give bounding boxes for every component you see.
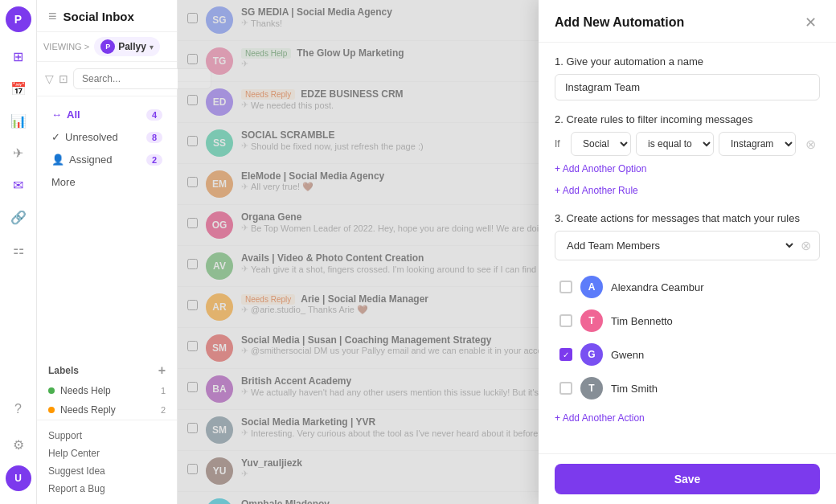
member-name: Tim Bennetto (611, 315, 673, 327)
grid-nav-icon[interactable]: ⚏ (4, 235, 33, 264)
add-rule-link[interactable]: + Add Another Rule (555, 185, 638, 196)
nav-panel: ≡ Social Inbox VIEWING > P Pallyy ▾ ▽ ⊡ … (37, 0, 178, 504)
add-action-link[interactable]: + Add Another Action (555, 412, 645, 424)
needs-reply-dot (48, 407, 55, 413)
modal-footer: Save (539, 453, 836, 504)
member-item[interactable]: T Tim Bennetto (555, 304, 820, 338)
nav-item-more[interactable]: More (40, 171, 174, 193)
all-icon: ↔ (51, 109, 62, 121)
modal-header: Add New Automation ✕ (539, 0, 836, 43)
link-nav-icon[interactable]: 🔗 (4, 203, 33, 232)
page-title: Social Inbox (64, 10, 134, 23)
member-item[interactable]: A Alexandra Ceambur (555, 270, 820, 304)
icon-sidebar: P ⊞ 📅 📊 ✈ ✉ 🔗 ⚏ ? ⚙ U (0, 0, 37, 504)
assigned-icon: 👤 (51, 154, 64, 166)
needs-help-dot (48, 387, 55, 394)
labels-section: Labels + (37, 357, 177, 381)
add-option-link[interactable]: + Add Another Option (555, 163, 646, 174)
nav-items: ↔ All 4 ✓ Unresolved 8 👤 Assigned 2 More (37, 96, 177, 357)
member-list: A Alexandra Ceambur T Tim Bennetto ✓ G G… (555, 270, 820, 405)
report-bug-link[interactable]: Report a Bug (48, 480, 166, 498)
suggest-idea-link[interactable]: Suggest Idea (48, 462, 166, 480)
automation-modal: Add New Automation ✕ 1. Give your automa… (539, 0, 836, 504)
home-nav-icon[interactable]: ⊞ (4, 42, 33, 71)
modal-title: Add New Automation (555, 15, 684, 30)
user-avatar[interactable]: U (6, 465, 31, 491)
nav-header: ≡ Social Inbox (37, 0, 177, 32)
if-label: If (555, 138, 566, 150)
save-button[interactable]: Save (555, 464, 820, 494)
layout-icon[interactable]: ⊡ (59, 72, 68, 85)
unresolved-icon: ✓ (51, 131, 60, 143)
nav-item-all[interactable]: ↔ All 4 (40, 104, 174, 125)
rule-delete-icon[interactable]: ⊗ (801, 134, 820, 154)
label-needs-help[interactable]: Needs Help 1 (37, 381, 177, 400)
action-delete-icon[interactable]: ⊗ (801, 238, 811, 253)
member-item[interactable]: T Tim Smith (555, 371, 820, 405)
modal-overlay: Add New Automation ✕ 1. Give your automa… (178, 0, 836, 504)
member-checkbox[interactable]: ✓ (559, 348, 572, 361)
add-label-icon[interactable]: + (158, 363, 166, 378)
rule-field-select[interactable]: Social (571, 132, 631, 156)
calendar-nav-icon[interactable]: 📅 (4, 74, 33, 103)
nav-item-unresolved[interactable]: ✓ Unresolved 8 (40, 126, 174, 148)
app-logo[interactable]: P (6, 6, 31, 32)
rule-condition-select[interactable]: is equal to (636, 132, 714, 156)
member-checkbox[interactable] (559, 281, 572, 293)
member-checkbox[interactable] (559, 314, 572, 327)
member-name: Alexandra Ceambur (611, 281, 704, 293)
workspace-name: Pallyy (118, 41, 146, 52)
member-avatar: A (580, 276, 603, 298)
step1-label: 1. Give your automation a name (555, 55, 820, 68)
inbox-nav-icon[interactable]: ✉ (4, 170, 33, 199)
member-name: Gwenn (611, 349, 644, 361)
support-link[interactable]: Support (48, 427, 166, 445)
nav-bottom-links: Support Help Center Suggest Idea Report … (37, 420, 177, 504)
action-row: Add Team Members ⊗ (555, 231, 820, 260)
member-checkbox[interactable] (559, 382, 572, 395)
action-select[interactable]: Add Team Members (563, 239, 796, 252)
member-avatar: T (580, 309, 603, 332)
modal-body: 1. Give your automation a name 2. Create… (539, 43, 836, 453)
help-center-link[interactable]: Help Center (48, 445, 166, 462)
step3-label: 3. Create actions for messages that matc… (555, 212, 820, 224)
analytics-nav-icon[interactable]: 📊 (4, 106, 33, 135)
workspace-chevron: ▾ (150, 43, 154, 51)
workspace-selector[interactable]: P Pallyy ▾ (94, 37, 160, 56)
member-name: Tim Smith (611, 383, 658, 395)
automation-name-input[interactable] (555, 74, 820, 100)
viewing-label: VIEWING > (43, 42, 89, 51)
send-nav-icon[interactable]: ✈ (4, 138, 33, 167)
member-item[interactable]: ✓ G Gwenn (555, 338, 820, 371)
member-avatar: G (580, 343, 603, 366)
label-needs-reply[interactable]: Needs Reply 2 (37, 400, 177, 420)
settings-icon[interactable]: ⚙ (4, 430, 33, 459)
nav-item-assigned[interactable]: 👤 Assigned 2 (40, 149, 174, 170)
filter-icon[interactable]: ▽ (45, 72, 54, 85)
hamburger-icon[interactable]: ≡ (48, 8, 57, 25)
close-button[interactable]: ✕ (801, 13, 820, 32)
step2-label: 2. Create rules to filter incoming messa… (555, 113, 820, 125)
rule-row: If Social is equal to Instagram ⊗ (555, 132, 820, 156)
member-avatar: T (580, 377, 603, 400)
help-icon[interactable]: ? (4, 395, 33, 424)
rule-value-select[interactable]: Instagram (719, 132, 796, 156)
